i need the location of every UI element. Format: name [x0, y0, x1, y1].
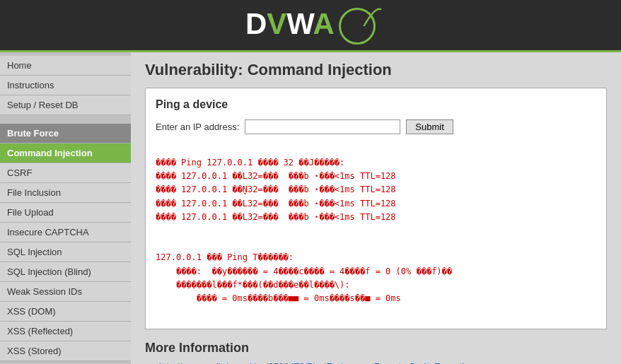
submit-button[interactable]: Submit — [406, 119, 453, 134]
sidebar-item-setup-reset[interactable]: Setup / Reset DB — [0, 95, 131, 115]
logo: DVWA — [245, 7, 376, 45]
ping-form-label: Enter an IP address: — [156, 122, 239, 132]
sidebar-item-file-inclusion[interactable]: File Inclusion — [0, 183, 131, 203]
more-info-links: http://www.scribd.com/doc/2530476/Php-En… — [159, 361, 607, 364]
list-item: http://www.scribd.com/doc/2530476/Php-En… — [159, 361, 607, 364]
ping-form: Enter an IP address: Submit — [156, 119, 596, 134]
more-info-heading: More Information — [145, 341, 607, 356]
ping-output-line4: ���� 127.0.0.1 ��L32=��� ���b ⋆���<1ms T… — [156, 199, 396, 209]
sidebar-item-xss-reflected[interactable]: XSS (Reflected) — [0, 322, 131, 341]
sidebar-item-home[interactable]: Home — [0, 56, 131, 76]
sidebar: Home Instructions Setup / Reset DB Brute… — [0, 52, 131, 364]
header: DVWA — [0, 0, 621, 52]
ping-box: Ping a device Enter an IP address: Submi… — [145, 88, 607, 329]
more-info-link-0[interactable]: http://www.scribd.com/doc/2530476/Php-En… — [159, 361, 475, 364]
ip-address-input[interactable] — [245, 119, 400, 134]
ping-output-line10: ���� = 0ms����b���■■ = 0ms����s��■ = 0ms — [156, 293, 401, 303]
sidebar-item-command-injection[interactable]: Command Injection — [0, 143, 131, 163]
sidebar-item-xss-dom[interactable]: XSS (DOM) — [0, 302, 131, 322]
logo-swoosh-icon — [361, 6, 382, 27]
main-content: Vulnerability: Command Injection Ping a … — [131, 52, 621, 364]
sidebar-item-sql-injection[interactable]: SQL Injection — [0, 242, 131, 262]
page-title: Vulnerability: Command Injection — [145, 61, 607, 79]
sidebar-item-weak-session-ids[interactable]: Weak Session IDs — [0, 282, 131, 302]
sidebar-item-insecure-captcha[interactable]: Insecure CAPTCHA — [0, 223, 131, 242]
ping-box-heading: Ping a device — [156, 98, 596, 111]
more-info-section: More Information http://www.scribd.com/d… — [145, 341, 607, 364]
sidebar-item-csrf[interactable]: CSRF — [0, 163, 131, 183]
ping-output-line5: ���� 127.0.0.1 ��L32=��� ���b ⋆���<1ms T… — [156, 212, 396, 222]
ping-output-line2: ���� 127.0.0.1 ��L32=��� ���b ⋆���<1ms T… — [156, 171, 396, 181]
ping-output-line1: ���� Ping 127.0.0.1 ���� 32 ��J�����: — [156, 158, 344, 168]
ping-output-line8: ����: ��y������ = 4����c���� = 4����f = … — [156, 266, 452, 276]
layout: Home Instructions Setup / Reset DB Brute… — [0, 52, 621, 364]
sidebar-divider — [0, 115, 131, 119]
ping-output-line9: �������l���f*���(��d���e��l����\): — [156, 280, 350, 290]
sidebar-item-brute-force[interactable]: Brute Force — [0, 124, 131, 143]
ping-output: ���� Ping 127.0.0.1 ���� 32 ��J�����: ��… — [156, 143, 596, 319]
sidebar-item-xss-stored[interactable]: XSS (Stored) — [0, 341, 131, 361]
ping-output-line7: 127.0.0.1 ��� Ping T������: — [156, 252, 294, 262]
sidebar-item-sql-injection-blind[interactable]: SQL Injection (Blind) — [0, 262, 131, 282]
ping-output-line3: ���� 127.0.0.1 ��N̬32=��� ���b ⋆���<1ms … — [156, 184, 396, 194]
sidebar-item-instructions[interactable]: Instructions — [0, 76, 131, 95]
sidebar-item-file-upload[interactable]: File Upload — [0, 203, 131, 223]
